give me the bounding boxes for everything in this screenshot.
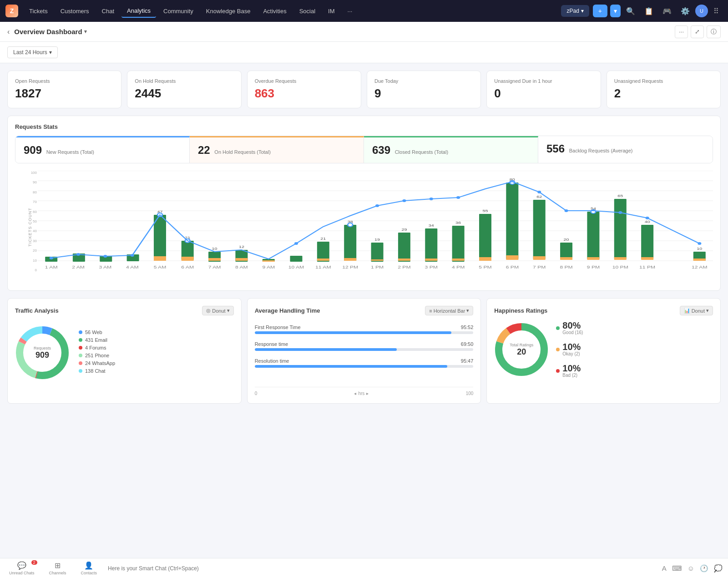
legend-forums: 4 Forums: [79, 345, 115, 350]
nav-chat[interactable]: Chat: [96, 5, 120, 17]
nav-im[interactable]: IM: [323, 5, 340, 17]
handling-slider: 0 ◂ hrs ▸ 100: [255, 387, 474, 396]
svg-rect-54: [506, 255, 518, 260]
svg-text:40: 40: [645, 219, 650, 223]
user-avatar[interactable]: U: [695, 5, 708, 17]
happiness-title: Happiness Ratings: [494, 307, 547, 314]
zpad-button[interactable]: zPad ▾: [561, 5, 589, 17]
svg-rect-15: [154, 256, 166, 261]
svg-point-85: [537, 191, 541, 193]
svg-rect-29: [263, 260, 275, 262]
svg-point-83: [430, 198, 433, 200]
traffic-donut: Requests 909: [15, 325, 70, 380]
svg-rect-70: [641, 225, 653, 259]
plus-dropdown[interactable]: ▾: [610, 5, 621, 17]
svg-rect-45: [425, 259, 437, 261]
stat-hold-value: 2445: [135, 86, 233, 101]
metric-hold-label: On Hold Requests (Total): [214, 149, 271, 155]
first-response-fill: [255, 331, 452, 334]
svg-rect-64: [587, 257, 599, 260]
notes-icon[interactable]: 📋: [641, 5, 657, 17]
svg-text:10: 10: [212, 246, 217, 250]
svg-text:11 AM: 11 AM: [315, 265, 331, 269]
nav-knowledge-base[interactable]: Knowledge Base: [201, 5, 256, 17]
svg-text:10 AM: 10 AM: [288, 265, 304, 269]
svg-text:19: 19: [374, 237, 380, 241]
metric-closed: 639 Closed Requests (Total): [364, 136, 538, 163]
traffic-donut-section: Requests 909 56 Web 431 Email: [15, 321, 234, 385]
nav-social[interactable]: Social: [294, 5, 321, 17]
nav-more[interactable]: ···: [342, 5, 358, 17]
stat-unassigned-hour: Unassigned Due in 1 hour 0: [486, 71, 601, 108]
first-response-label: First Response Time: [255, 324, 301, 330]
traffic-analysis-card: Traffic Analysis ◎ Donut ▾: [7, 298, 242, 404]
stat-open-value: 1827: [15, 86, 114, 101]
svg-rect-42: [398, 259, 410, 261]
svg-text:3 PM: 3 PM: [425, 265, 438, 269]
more-options-button[interactable]: ···: [675, 25, 688, 38]
svg-text:65: 65: [617, 193, 623, 198]
happiness-donut-center: Total Ratings 20: [510, 342, 533, 356]
svg-text:55: 55: [482, 208, 488, 213]
traffic-legend: 56 Web 431 Email 4 Forums 251 Phone: [79, 330, 115, 376]
svg-text:20: 20: [564, 237, 569, 241]
svg-rect-57: [533, 200, 546, 259]
resolution-time-label: Resolution time: [255, 358, 289, 364]
search-icon[interactable]: 🔍: [622, 5, 639, 17]
main-content: Open Requests 1827 On Hold Requests 2445…: [0, 63, 728, 411]
svg-text:9 AM: 9 AM: [262, 265, 275, 269]
traffic-title: Traffic Analysis: [15, 307, 59, 314]
requests-stats-title: Requests Stats: [15, 123, 713, 130]
svg-text:62: 62: [536, 194, 542, 198]
resolution-time-fill: [255, 365, 447, 368]
svg-rect-68: [614, 257, 627, 260]
svg-text:1 AM: 1 AM: [45, 265, 58, 269]
svg-text:2 AM: 2 AM: [72, 265, 85, 269]
plus-button[interactable]: +: [593, 5, 607, 17]
handling-header: Average Handling Time ≡ Horizontal Bar ▾: [255, 306, 474, 315]
metric-closed-value: 639: [372, 144, 390, 156]
svg-point-37: [348, 223, 353, 227]
games-icon[interactable]: 🎮: [659, 5, 675, 17]
svg-rect-32: [317, 259, 329, 261]
traffic-chart-type-button[interactable]: ◎ Donut ▾: [202, 306, 233, 315]
stat-unassigned-hour-label: Unassigned Due in 1 hour: [494, 78, 593, 84]
subheader: ‹ Overview Dashboard ▾ ··· ⤢ ⓘ: [0, 22, 728, 42]
metric-backlog-value: 556: [546, 142, 565, 155]
handling-resolution-time: Resolution time 95:47: [255, 358, 474, 368]
legend-email: 431 Email: [79, 337, 115, 343]
handling-first-response: First Response Time 95:52: [255, 324, 474, 334]
nav-tickets[interactable]: Tickets: [24, 5, 53, 17]
nav-customers[interactable]: Customers: [55, 5, 95, 17]
fullscreen-button[interactable]: ⤢: [691, 25, 704, 38]
settings-icon[interactable]: ⚙️: [677, 5, 693, 17]
date-filter-button[interactable]: Last 24 Hours ▾: [7, 46, 58, 58]
stat-unassigned-label: Unassigned Requests: [614, 78, 713, 84]
nav-community[interactable]: Community: [158, 5, 199, 17]
handling-title: Average Handling Time: [255, 307, 320, 314]
svg-text:12 AM: 12 AM: [692, 265, 707, 269]
metric-new-label: New Requests (Total): [46, 149, 94, 155]
happiness-bad: 10% Bad (2): [556, 364, 583, 378]
legend-chat: 138 Chat: [79, 368, 115, 374]
apps-icon[interactable]: ⠿: [710, 5, 723, 17]
svg-point-84: [456, 196, 460, 199]
svg-rect-41: [398, 233, 410, 262]
svg-text:6 PM: 6 PM: [506, 265, 519, 269]
title-dropdown-arrow[interactable]: ▾: [84, 29, 87, 35]
svg-rect-19: [182, 257, 194, 261]
nav-analytics[interactable]: Analytics: [121, 5, 156, 18]
svg-text:8 PM: 8 PM: [560, 265, 572, 269]
stat-overdue: Overdue Requests 863: [247, 71, 361, 108]
happiness-legend: 80% Good (16) 10% Okay (2): [556, 321, 583, 378]
svg-point-86: [565, 209, 568, 212]
happiness-chart-type-button[interactable]: 📊 Donut ▾: [680, 306, 713, 315]
traffic-header: Traffic Analysis ◎ Donut ▾: [15, 306, 234, 315]
legend-whatsapp: 24 WhatsApp: [79, 360, 115, 366]
nav-activities[interactable]: Activities: [258, 5, 292, 17]
svg-rect-47: [452, 226, 465, 262]
info-button[interactable]: ⓘ: [707, 25, 721, 38]
svg-point-88: [646, 217, 649, 219]
handling-chart-type-button[interactable]: ≡ Horizontal Bar ▾: [425, 306, 473, 315]
back-button[interactable]: ‹: [7, 28, 10, 36]
